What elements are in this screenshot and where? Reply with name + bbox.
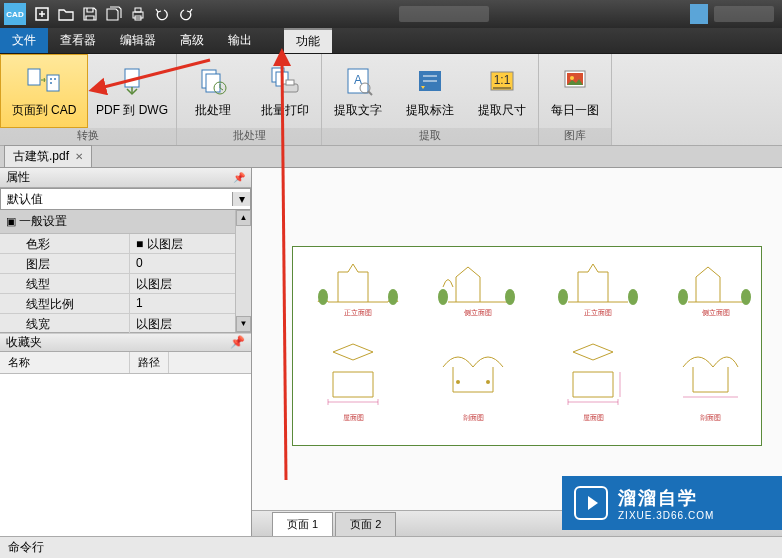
ribbon-group-convert-label: 转换 [0, 128, 176, 145]
svg-point-39 [558, 289, 568, 305]
menu-function[interactable]: 功能 [284, 28, 332, 53]
svg-point-43 [741, 289, 751, 305]
col-path[interactable]: 路径 [130, 352, 169, 373]
svg-text:1:1: 1:1 [494, 73, 511, 87]
menu-advanced[interactable]: 高级 [168, 28, 216, 53]
properties-scrollbar[interactable]: ▲▼ [235, 210, 251, 332]
new-icon[interactable] [30, 2, 54, 26]
drawing-canvas[interactable]: 正立面图 侧立面图 正立面图 侧立面图 [252, 168, 782, 510]
prop-key: 线型 [0, 274, 130, 293]
prop-key: 线宽 [0, 314, 130, 333]
scroll-down-icon[interactable]: ▼ [236, 316, 251, 332]
menu-file[interactable]: 文件 [0, 28, 48, 53]
close-tab-icon[interactable]: ✕ [75, 151, 83, 162]
svg-point-37 [505, 289, 515, 305]
extract-dimension-button[interactable]: 1:1 提取尺寸 [466, 54, 538, 128]
svg-rect-19 [286, 80, 294, 85]
properties-panel-header: 属性 📌 [0, 168, 251, 188]
svg-text:正立面图: 正立面图 [584, 309, 612, 316]
document-tab[interactable]: 古建筑.pdf ✕ [4, 145, 92, 168]
svg-point-47 [486, 380, 490, 384]
prop-row: 线型比例1 [0, 294, 251, 314]
page-tab-2[interactable]: 页面 2 [335, 512, 396, 536]
scroll-up-icon[interactable]: ▲ [236, 210, 251, 226]
menu-editor[interactable]: 编辑器 [108, 28, 168, 53]
svg-text:侧立面图: 侧立面图 [464, 309, 492, 316]
prop-value[interactable]: 0 [130, 254, 251, 273]
svg-point-33 [318, 289, 328, 305]
prop-value[interactable]: 以图层 [130, 274, 251, 293]
prop-key: 线型比例 [0, 294, 130, 313]
save-all-icon[interactable] [102, 2, 126, 26]
pdf-to-dwg-icon [115, 64, 149, 98]
save-icon[interactable] [78, 2, 102, 26]
print-icon[interactable] [126, 2, 150, 26]
ribbon-group-gallery-label: 图库 [539, 128, 611, 145]
watermark-url: ZIXUE.3D66.COM [618, 510, 714, 521]
svg-text:正立面图: 正立面图 [344, 309, 372, 316]
extract-text-icon: A [341, 64, 375, 98]
svg-text:侧立面图: 侧立面图 [702, 309, 730, 316]
pin-icon[interactable]: 📌 [230, 335, 245, 349]
prop-row: 色彩■ 以图层 [0, 234, 251, 254]
ribbon-group-convert: 页面到 CAD PDF 到 DWG 转换 [0, 54, 177, 145]
extract-dimension-icon: 1:1 [485, 64, 519, 98]
prop-value[interactable]: ■ 以图层 [130, 234, 251, 253]
svg-text:剖面图: 剖面图 [463, 414, 484, 421]
redo-icon[interactable] [174, 2, 198, 26]
svg-point-9 [54, 78, 56, 80]
daily-image-button[interactable]: 每日一图 [539, 54, 611, 128]
command-label: 命令行 [8, 539, 44, 556]
extract-text-button[interactable]: A 提取文字 [322, 54, 394, 128]
app-icon: CAD [4, 3, 26, 25]
svg-rect-4 [135, 8, 141, 12]
svg-text:屋面图: 屋面图 [343, 414, 364, 421]
command-bar[interactable]: 命令行 [0, 536, 782, 558]
ribbon-group-gallery: 每日一图 图库 [539, 54, 612, 145]
batch-process-button[interactable]: 批处理 [177, 54, 249, 128]
menu-output[interactable]: 输出 [216, 28, 264, 53]
svg-line-23 [368, 91, 372, 95]
prop-value[interactable]: 以图层 [130, 314, 251, 333]
svg-text:屋面图: 屋面图 [583, 414, 604, 421]
svg-point-8 [50, 78, 52, 80]
page-to-cad-button[interactable]: 页面到 CAD [0, 54, 88, 128]
svg-point-36 [438, 289, 448, 305]
extract-annotation-button[interactable]: 提取标注 [394, 54, 466, 128]
batch-print-button[interactable]: 批量打印 [249, 54, 321, 128]
general-settings-header[interactable]: ▣ 一般设置 [0, 210, 251, 234]
svg-rect-7 [47, 75, 59, 91]
svg-rect-11 [125, 69, 139, 87]
extract-dimension-label: 提取尺寸 [478, 102, 526, 119]
pin-icon[interactable]: 📌 [233, 172, 245, 183]
menu-viewer[interactable]: 查看器 [48, 28, 108, 53]
undo-icon[interactable] [150, 2, 174, 26]
dropdown-arrow-icon[interactable]: ▾ [232, 192, 250, 206]
page-to-cad-label: 页面到 CAD [12, 102, 77, 119]
prop-row: 图层0 [0, 254, 251, 274]
window-decor-icon [690, 4, 708, 24]
favorites-panel: 收藏夹 📌 名称 路径 [0, 332, 251, 536]
col-name[interactable]: 名称 [0, 352, 130, 373]
favorites-columns: 名称 路径 [0, 352, 251, 374]
page-tab-1[interactable]: 页面 1 [272, 512, 333, 536]
favorites-title: 收藏夹 [6, 334, 42, 351]
open-icon[interactable] [54, 2, 78, 26]
daily-image-label: 每日一图 [551, 102, 599, 119]
pdf-to-dwg-button[interactable]: PDF 到 DWG [88, 54, 176, 128]
left-panel: 属性 📌 默认值 ▾ ▣ 一般设置 色彩■ 以图层 图层0 线型以图层 线型比例… [0, 168, 252, 536]
ribbon-group-batch: 批处理 批量打印 批处理 [177, 54, 322, 145]
menu-bar: 文件 查看器 编辑器 高级 输出 功能 [0, 28, 782, 54]
title-blur [399, 6, 489, 22]
favorites-body [0, 374, 251, 536]
document-tab-label: 古建筑.pdf [13, 148, 69, 165]
svg-rect-14 [206, 74, 220, 92]
svg-rect-6 [28, 69, 40, 85]
ribbon-group-extract-label: 提取 [322, 128, 538, 145]
svg-point-32 [570, 76, 574, 80]
default-value-dropdown[interactable]: 默认值 ▾ [0, 188, 251, 210]
ribbon: 页面到 CAD PDF 到 DWG 转换 批处理 批 [0, 54, 782, 146]
window-controls-blur [714, 6, 774, 22]
svg-text:剖面图: 剖面图 [700, 414, 721, 421]
prop-value[interactable]: 1 [130, 294, 251, 313]
